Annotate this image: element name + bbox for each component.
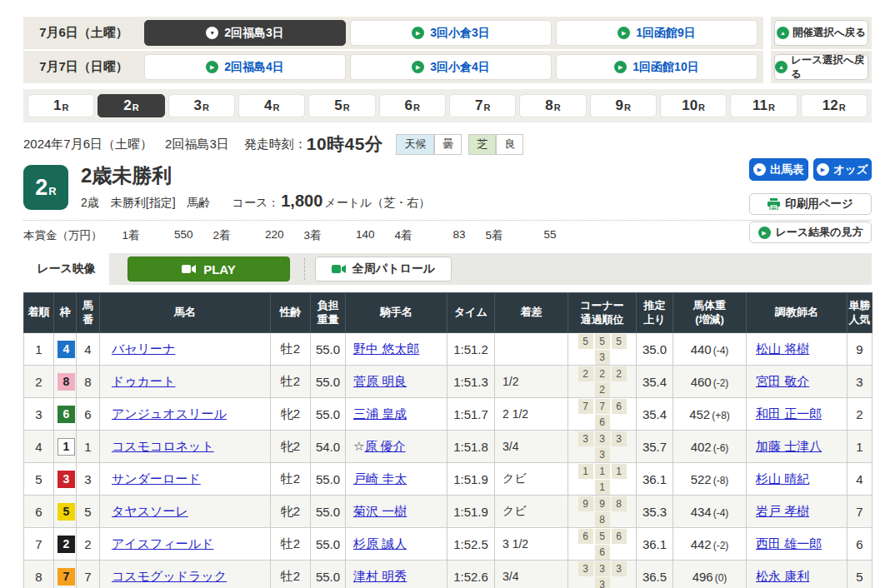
odds-button[interactable]: ▶ オッズ [813,158,872,181]
meeting-button-hakodate9[interactable]: ▶ 1回函館9日 [556,20,758,46]
horse-number: 6 [77,398,100,431]
jockey-link[interactable]: 菅原 明良 [353,374,407,388]
race-tab[interactable]: 9R [590,94,657,117]
horse-name-link[interactable]: ドゥカート [112,374,175,388]
race-tab-number: 8 [545,97,552,114]
jockey-link[interactable]: 杉原 誠人 [353,536,407,551]
start-time-label: 発走時刻： [244,137,307,152]
chevron-right-icon: ▶ [817,163,829,176]
race-tab[interactable]: 5R [308,94,375,117]
meeting-button-hakodate10[interactable]: ▶ 1回函館10日 [556,54,758,80]
entries-button[interactable]: ▶ 出馬表 [749,158,808,181]
horse-name-link[interactable]: バセリーナ [112,341,175,356]
horse-name-link[interactable]: アイスフィールド [112,536,213,551]
horse-name-link[interactable]: アンジュオスリール [112,406,227,421]
play-video-button[interactable]: PLAY [128,257,290,282]
meeting-button-kokura4[interactable]: ▶ 3回小倉4日 [350,54,552,80]
trainer-link[interactable]: 和田 正一郎 [756,406,822,421]
race-tab[interactable]: 6R [379,94,446,117]
going-value-badge: 良 [496,134,523,155]
bracket-number: 3 [58,471,75,488]
back-to-meeting-select-button[interactable]: ▲ 開催選択へ戻る [774,20,868,46]
corner-position-1: 7 [578,399,593,414]
race-tab[interactable]: 7R [449,94,516,117]
trainer-cell: 杉山 晴紀 [747,463,848,496]
race-tab[interactable]: 1R [28,94,94,117]
horse-number: 7 [77,561,100,588]
finish-time: 1:51.8 [448,431,495,463]
corner-position-2: 5 [595,334,610,349]
trainer-link[interactable]: 杉山 晴紀 [756,471,809,486]
body-weight-value: 460 [691,375,712,389]
horse-name-link[interactable]: コスモコロネット [112,439,214,453]
bracket-cell: 6 [54,398,77,431]
bracket-cell: 8 [54,366,77,398]
winning-margin [495,333,568,366]
jockey-link[interactable]: 野中 悠太郎 [353,341,419,356]
race-titles: 2歳未勝利 2歳 未勝利[指定] 馬齢 コース： 1,800 メートル（芝・右） [81,165,430,211]
corner-position-1: 9 [578,496,593,511]
corner-position-4: 3 [595,447,610,462]
jockey-link[interactable]: 三浦 皇成 [353,406,407,421]
chevron-down-icon: ▼ [206,27,218,39]
horse-number: 4 [77,333,100,366]
sex-age: 牝2 [271,398,311,431]
action-buttons: ▶ 出馬表 ▶ オッズ 印刷用ページ ▶ レース結果の見方 [749,158,872,243]
race-tab[interactable]: 12R [801,94,868,117]
meeting-button-fukushima3[interactable]: ▼ 2回福島3日 [144,20,346,46]
race-tab-number: 6 [405,97,412,114]
trainer-link[interactable]: 加藤 士津八 [756,439,822,453]
trainer-cell: 松山 将樹 [747,333,848,366]
back-button-label: レース選択へ戻る [791,53,868,82]
race-tab[interactable]: 8R [519,94,586,117]
race-tab[interactable]: 4R [238,94,305,117]
race-tab[interactable]: 11R [730,94,797,117]
race-tab-number: 3 [194,97,202,114]
corner-position-3: 8 [612,496,627,511]
bracket-number: 7 [58,568,75,586]
last-3f-time: 35.4 [637,398,673,431]
race-tab[interactable]: 10R [660,94,727,117]
horse-name-link[interactable]: コスモグッドラック [112,569,227,583]
race-number: 2 [35,175,48,201]
play-button-label: PLAY [203,262,236,277]
meeting-button-fukushima4[interactable]: ▶ 2回福島4日 [144,54,346,80]
trainer-link[interactable]: 松山 将樹 [756,341,809,356]
race-tab[interactable]: 2R [98,94,164,117]
sex-age: 牡2 [271,366,311,398]
win-favorite-rank: 3 [848,366,872,398]
jockey-link[interactable]: 菊沢 一樹 [353,504,407,518]
meeting-row-sunday: 7月7日（日曜） ▶ 2回福島4日 ▶ 3回小倉4日 ▶ 1回函館10日 [23,51,763,83]
race-tab-number: 11 [752,97,768,114]
race-number-r-suffix: R [48,185,56,197]
corner-position-2: 1 [595,464,610,479]
jockey-link[interactable]: 津村 明秀 [353,569,407,583]
trainer-link[interactable]: 宮田 敬介 [756,374,809,388]
race-tab[interactable]: 3R [168,94,235,117]
horse-name-cell: バセリーナ [100,333,271,366]
sex-age: 牡2 [271,561,311,588]
trainer-link[interactable]: 岩戸 孝樹 [756,504,809,518]
horse-name-link[interactable]: サンダーロード [112,471,201,486]
race-results-table: 着順 枠 馬 番 馬名 性齢 負担 重量 騎手名 タイム 着差 [23,292,872,588]
race-tab-r-suffix: R [413,102,420,112]
result-guide-button[interactable]: ▶ レース結果の見方 [749,222,872,243]
prize-item: 1着 550 [122,228,193,243]
back-to-race-select-button[interactable]: ▲ レース選択へ戻る [774,54,868,80]
meeting-button-kokura3[interactable]: ▶ 3回小倉3日 [350,20,552,46]
jockey-link[interactable]: 戸崎 圭太 [353,471,407,486]
print-page-button[interactable]: 印刷用ページ [749,193,872,215]
trainer-link[interactable]: 西田 雄一郎 [756,536,822,551]
finish-time: 1:52.6 [448,561,495,588]
prize-item: 3着 140 [304,228,375,243]
patrol-video-button[interactable]: 全周パトロール [315,257,452,282]
corner-position-4: 3 [595,577,610,588]
horse-name-link[interactable]: タヤスソーレ [112,504,188,518]
meeting-button-label: 2回福島4日 [224,60,284,75]
jockey-link[interactable]: 原 優介 [364,439,405,453]
corner-position-4: 2 [595,382,610,397]
course-distance: 1,800 [281,192,322,211]
prize-place: 1着 [122,228,140,243]
trainer-link[interactable]: 松永 康利 [756,569,809,583]
action-buttons-row: ▶ 出馬表 ▶ オッズ [749,158,872,181]
